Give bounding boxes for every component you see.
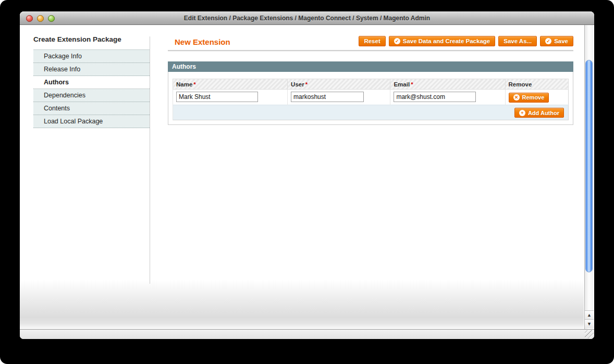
column-label: Email [394, 81, 410, 87]
save-button-label: Save [554, 38, 568, 44]
sidebar: Create Extension Package Package Info Re… [33, 35, 150, 128]
author-user-input[interactable] [291, 92, 364, 102]
authors-panel-body: Name* User* Email* Remove [168, 72, 573, 125]
add-author-cell: + Add Author [173, 105, 569, 120]
sidebar-item-load-local-package[interactable]: Load Local Package [33, 115, 150, 128]
reset-button-label: Reset [364, 38, 380, 44]
column-label: User [291, 81, 304, 87]
column-header-email: Email* [390, 79, 505, 90]
sidebar-item-authors[interactable]: Authors [33, 76, 150, 89]
authors-panel-header: Authors [168, 61, 573, 72]
save-as-button[interactable]: Save As... [498, 36, 537, 46]
sidebar-nav: Package Info Release Info Authors Depend… [33, 49, 150, 128]
remove-x-icon: ✕ [513, 94, 520, 101]
column-header-user: User* [288, 79, 390, 90]
author-email-input[interactable] [394, 92, 475, 102]
author-email-cell [390, 90, 505, 105]
status-bar [20, 329, 594, 339]
toolbar: Reset ✓ Save Data and Create Package Sav… [359, 36, 573, 46]
plus-icon: + [519, 110, 525, 116]
check-icon: ✓ [545, 38, 551, 44]
required-marker: * [193, 81, 195, 87]
author-user-cell [288, 90, 390, 105]
sidebar-title: Create Extension Package [33, 35, 150, 43]
remove-button-label: Remove [522, 94, 545, 101]
add-author-button-label: Add Author [528, 110, 559, 116]
resize-grip[interactable] [585, 330, 594, 338]
authors-panel: Authors Name* User* [168, 61, 573, 125]
author-name-cell [173, 90, 288, 105]
sidebar-item-package-info[interactable]: Package Info [33, 50, 150, 63]
author-name-input[interactable] [176, 92, 258, 102]
header-divider [168, 50, 573, 52]
sidebar-item-dependencies[interactable]: Dependencies [33, 89, 150, 102]
sidebar-item-release-info[interactable]: Release Info [33, 63, 150, 76]
required-marker: * [305, 81, 308, 87]
add-author-row: + Add Author [173, 105, 569, 120]
sidebar-divider [150, 36, 150, 284]
column-label: Name [176, 81, 192, 87]
save-as-button-label: Save As... [504, 38, 532, 44]
scroll-down-button[interactable]: ▼ [585, 319, 594, 328]
save-button[interactable]: ✓ Save [540, 36, 573, 46]
required-marker: * [411, 81, 413, 87]
author-row: ✕ Remove [173, 90, 569, 105]
authors-table-header-row: Name* User* Email* Remove [173, 79, 569, 90]
author-remove-cell: ✕ Remove [505, 90, 568, 105]
reset-button[interactable]: Reset [359, 36, 385, 46]
app-window: Edit Extension / Package Extensions / Ma… [20, 11, 594, 339]
authors-table: Name* User* Email* Remove [173, 79, 569, 120]
save-data-button-label: Save Data and Create Package [403, 38, 490, 44]
vertical-scrollbar[interactable]: ▲ ▼ [584, 25, 593, 329]
column-header-name: Name* [173, 79, 288, 90]
remove-author-button[interactable]: ✕ Remove [509, 93, 549, 103]
page-title: New Extension [175, 37, 230, 46]
add-author-button[interactable]: + Add Author [514, 108, 564, 118]
column-label: Remove [509, 81, 532, 87]
scrollbar-thumb[interactable] [585, 60, 593, 272]
page-content: Create Extension Package Package Info Re… [20, 25, 594, 329]
scrollbar-arrows: ▲ ▼ [585, 310, 594, 328]
scroll-up-button[interactable]: ▲ [585, 310, 594, 319]
bottom-fade [20, 280, 584, 329]
window-title: Edit Extension / Package Extensions / Ma… [20, 11, 594, 25]
screen-background: Edit Extension / Package Extensions / Ma… [0, 0, 614, 364]
check-icon: ✓ [394, 38, 400, 44]
save-data-and-create-package-button[interactable]: ✓ Save Data and Create Package [389, 36, 495, 46]
titlebar: Edit Extension / Package Extensions / Ma… [20, 11, 594, 25]
column-header-remove: Remove [505, 79, 568, 90]
sidebar-item-contents[interactable]: Contents [33, 102, 150, 115]
